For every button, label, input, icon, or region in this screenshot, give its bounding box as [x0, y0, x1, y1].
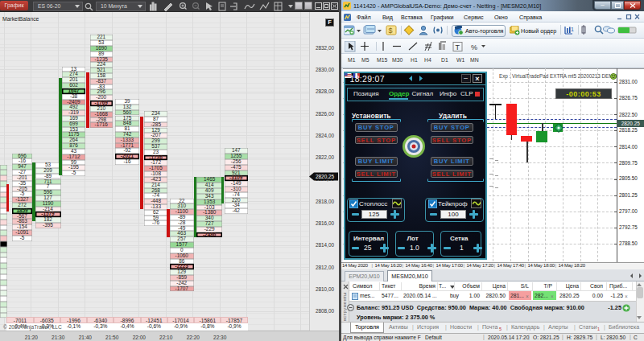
svg-text:%: % — [471, 43, 477, 51]
svg-text:T: T — [456, 43, 460, 51]
svg-text:$: $ — [389, 27, 393, 35]
svg-text:2820,25: 2820,25 — [316, 174, 335, 179]
svg-text:1: 1 — [571, 27, 574, 32]
